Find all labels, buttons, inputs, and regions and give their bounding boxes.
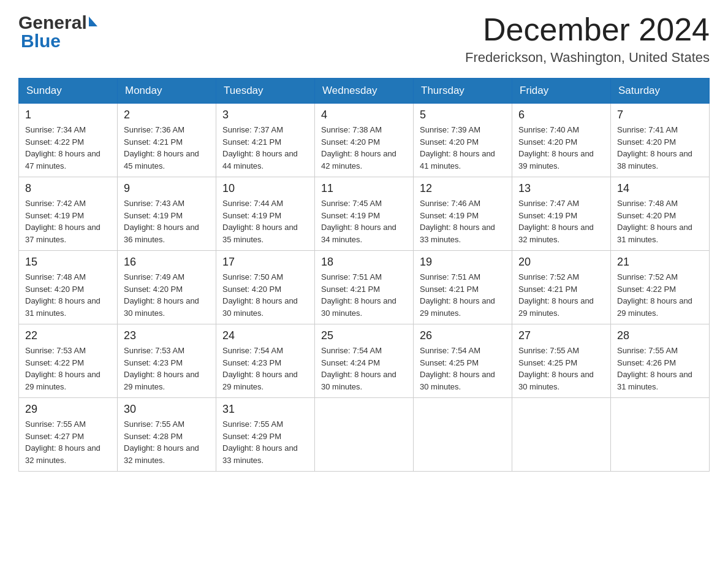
day-number: 8 — [25, 182, 111, 195]
day-info: Sunrise: 7:54 AMSunset: 4:23 PMDaylight:… — [222, 346, 298, 391]
day-number: 2 — [124, 109, 210, 121]
day-number: 11 — [321, 182, 407, 195]
day-info: Sunrise: 7:54 AMSunset: 4:24 PMDaylight:… — [321, 346, 396, 391]
day-info: Sunrise: 7:55 AMSunset: 4:26 PMDaylight:… — [617, 346, 692, 391]
day-info: Sunrise: 7:55 AMSunset: 4:27 PMDaylight:… — [25, 419, 100, 465]
day-number: 5 — [420, 109, 506, 121]
day-number: 31 — [222, 403, 308, 416]
calendar-cell — [611, 398, 710, 472]
day-number: 29 — [25, 403, 111, 416]
day-number: 17 — [222, 256, 308, 269]
calendar-cell: 10 Sunrise: 7:44 AMSunset: 4:19 PMDaylig… — [216, 177, 315, 251]
logo: General Blue — [18, 12, 97, 52]
calendar-cell: 6 Sunrise: 7:40 AMSunset: 4:20 PMDayligh… — [512, 104, 611, 177]
calendar-cell: 26 Sunrise: 7:54 AMSunset: 4:25 PMDaylig… — [414, 324, 512, 398]
day-number: 16 — [124, 256, 210, 269]
day-info: Sunrise: 7:46 AMSunset: 4:19 PMDaylight:… — [420, 199, 495, 244]
calendar-cell: 30 Sunrise: 7:55 AMSunset: 4:28 PMDaylig… — [118, 398, 216, 472]
calendar-cell: 20 Sunrise: 7:52 AMSunset: 4:21 PMDaylig… — [512, 251, 611, 324]
weekday-header-thursday: Thursday — [414, 79, 512, 104]
day-number: 12 — [420, 182, 506, 195]
calendar-week-row: 29 Sunrise: 7:55 AMSunset: 4:27 PMDaylig… — [19, 398, 710, 472]
day-number: 3 — [222, 109, 308, 121]
logo-arrow-icon — [89, 17, 97, 26]
calendar-cell: 4 Sunrise: 7:38 AMSunset: 4:20 PMDayligh… — [315, 104, 414, 177]
logo-blue-text: Blue — [21, 31, 61, 52]
day-info: Sunrise: 7:52 AMSunset: 4:21 PMDaylight:… — [518, 272, 594, 318]
weekday-header-saturday: Saturday — [611, 79, 710, 104]
calendar-cell: 16 Sunrise: 7:49 AMSunset: 4:20 PMDaylig… — [118, 251, 216, 324]
day-info: Sunrise: 7:43 AMSunset: 4:19 PMDaylight:… — [124, 199, 199, 244]
day-number: 28 — [617, 329, 703, 342]
day-info: Sunrise: 7:38 AMSunset: 4:20 PMDaylight:… — [321, 125, 396, 170]
month-title: December 2024 — [465, 12, 710, 47]
weekday-header-wednesday: Wednesday — [315, 79, 414, 104]
day-number: 14 — [617, 182, 703, 195]
day-info: Sunrise: 7:36 AMSunset: 4:21 PMDaylight:… — [124, 125, 199, 170]
day-info: Sunrise: 7:41 AMSunset: 4:20 PMDaylight:… — [617, 125, 692, 170]
calendar-cell: 8 Sunrise: 7:42 AMSunset: 4:19 PMDayligh… — [19, 177, 118, 251]
calendar-cell: 5 Sunrise: 7:39 AMSunset: 4:20 PMDayligh… — [414, 104, 512, 177]
location-title: Frederickson, Washington, United States — [465, 50, 710, 66]
weekday-header-tuesday: Tuesday — [216, 79, 315, 104]
day-number: 1 — [25, 109, 111, 121]
day-info: Sunrise: 7:51 AMSunset: 4:21 PMDaylight:… — [321, 272, 396, 318]
calendar-cell: 22 Sunrise: 7:53 AMSunset: 4:22 PMDaylig… — [19, 324, 118, 398]
day-number: 25 — [321, 329, 407, 342]
calendar-cell: 18 Sunrise: 7:51 AMSunset: 4:21 PMDaylig… — [315, 251, 414, 324]
day-number: 30 — [124, 403, 210, 416]
calendar-cell: 24 Sunrise: 7:54 AMSunset: 4:23 PMDaylig… — [216, 324, 315, 398]
calendar-cell: 19 Sunrise: 7:51 AMSunset: 4:21 PMDaylig… — [414, 251, 512, 324]
day-info: Sunrise: 7:45 AMSunset: 4:19 PMDaylight:… — [321, 199, 396, 244]
day-info: Sunrise: 7:48 AMSunset: 4:20 PMDaylight:… — [617, 199, 692, 244]
calendar-week-row: 8 Sunrise: 7:42 AMSunset: 4:19 PMDayligh… — [19, 177, 710, 251]
day-number: 19 — [420, 256, 506, 269]
calendar-cell: 15 Sunrise: 7:48 AMSunset: 4:20 PMDaylig… — [19, 251, 118, 324]
day-number: 18 — [321, 256, 407, 269]
logo-top-row: General — [18, 12, 97, 33]
day-number: 6 — [518, 109, 604, 121]
calendar-cell: 31 Sunrise: 7:55 AMSunset: 4:29 PMDaylig… — [216, 398, 315, 472]
calendar-cell: 9 Sunrise: 7:43 AMSunset: 4:19 PMDayligh… — [118, 177, 216, 251]
day-info: Sunrise: 7:47 AMSunset: 4:19 PMDaylight:… — [518, 199, 594, 244]
day-number: 21 — [617, 256, 703, 269]
day-number: 7 — [617, 109, 703, 121]
logo-general-text: General — [18, 12, 87, 33]
day-number: 23 — [124, 329, 210, 342]
day-number: 22 — [25, 329, 111, 342]
calendar-cell: 12 Sunrise: 7:46 AMSunset: 4:19 PMDaylig… — [414, 177, 512, 251]
calendar-cell: 28 Sunrise: 7:55 AMSunset: 4:26 PMDaylig… — [611, 324, 710, 398]
calendar-week-row: 22 Sunrise: 7:53 AMSunset: 4:22 PMDaylig… — [19, 324, 710, 398]
logo-bottom-row: Blue — [18, 31, 61, 52]
weekday-header-friday: Friday — [512, 79, 611, 104]
day-info: Sunrise: 7:52 AMSunset: 4:22 PMDaylight:… — [617, 272, 692, 318]
calendar-cell: 11 Sunrise: 7:45 AMSunset: 4:19 PMDaylig… — [315, 177, 414, 251]
calendar-cell: 27 Sunrise: 7:55 AMSunset: 4:25 PMDaylig… — [512, 324, 611, 398]
day-number: 9 — [124, 182, 210, 195]
calendar-table: SundayMondayTuesdayWednesdayThursdayFrid… — [18, 78, 710, 472]
weekday-header-monday: Monday — [118, 79, 216, 104]
day-info: Sunrise: 7:42 AMSunset: 4:19 PMDaylight:… — [25, 199, 100, 244]
day-info: Sunrise: 7:55 AMSunset: 4:25 PMDaylight:… — [518, 346, 594, 391]
day-number: 24 — [222, 329, 308, 342]
weekday-header-sunday: Sunday — [19, 79, 118, 104]
calendar-cell: 2 Sunrise: 7:36 AMSunset: 4:21 PMDayligh… — [118, 104, 216, 177]
day-number: 26 — [420, 329, 506, 342]
day-info: Sunrise: 7:50 AMSunset: 4:20 PMDaylight:… — [222, 272, 298, 318]
calendar-cell: 25 Sunrise: 7:54 AMSunset: 4:24 PMDaylig… — [315, 324, 414, 398]
calendar-cell: 23 Sunrise: 7:53 AMSunset: 4:23 PMDaylig… — [118, 324, 216, 398]
day-number: 13 — [518, 182, 604, 195]
calendar-cell — [414, 398, 512, 472]
day-info: Sunrise: 7:49 AMSunset: 4:20 PMDaylight:… — [124, 272, 199, 318]
calendar-cell — [512, 398, 611, 472]
calendar-week-row: 15 Sunrise: 7:48 AMSunset: 4:20 PMDaylig… — [19, 251, 710, 324]
calendar-cell: 17 Sunrise: 7:50 AMSunset: 4:20 PMDaylig… — [216, 251, 315, 324]
day-info: Sunrise: 7:53 AMSunset: 4:22 PMDaylight:… — [25, 346, 100, 391]
day-info: Sunrise: 7:44 AMSunset: 4:19 PMDaylight:… — [222, 199, 298, 244]
day-info: Sunrise: 7:53 AMSunset: 4:23 PMDaylight:… — [124, 346, 199, 391]
calendar-cell — [315, 398, 414, 472]
day-info: Sunrise: 7:55 AMSunset: 4:29 PMDaylight:… — [222, 419, 298, 465]
calendar-cell: 14 Sunrise: 7:48 AMSunset: 4:20 PMDaylig… — [611, 177, 710, 251]
header: General Blue December 2024 Frederickson,… — [18, 12, 710, 66]
day-info: Sunrise: 7:55 AMSunset: 4:28 PMDaylight:… — [124, 419, 199, 465]
